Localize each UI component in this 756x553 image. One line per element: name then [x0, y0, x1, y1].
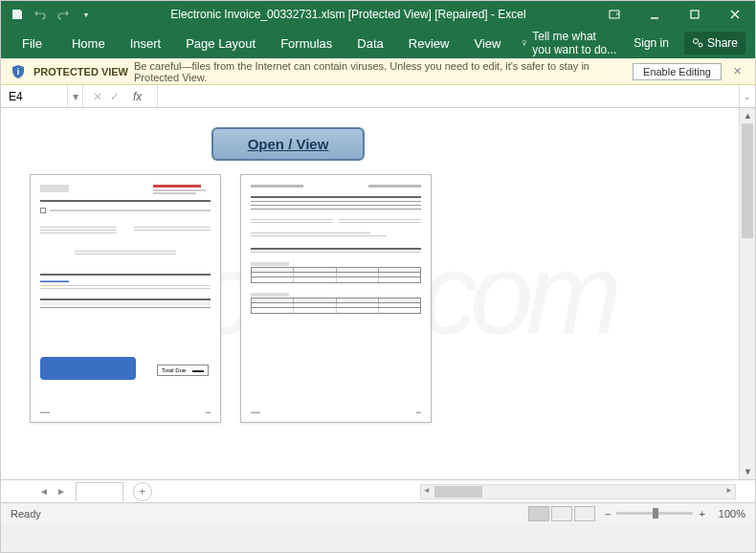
horizontal-scroll-thumb[interactable]	[434, 486, 482, 498]
svg-point-3	[523, 40, 526, 43]
enable-editing-button[interactable]: Enable Editing	[633, 63, 722, 80]
tab-review[interactable]: Review	[396, 28, 462, 58]
protected-view-bar: i PROTECTED VIEW Be careful—files from t…	[1, 58, 755, 85]
name-box[interactable]: E4	[1, 85, 68, 107]
zoom-in-button[interactable]: +	[699, 508, 704, 520]
protected-view-title: PROTECTED VIEW	[33, 66, 128, 77]
tab-home[interactable]: Home	[59, 28, 118, 58]
cancel-formula-icon[interactable]: ✕	[93, 90, 102, 103]
vertical-scrollbar[interactable]: ▲ ▼	[739, 108, 755, 479]
tell-me-search[interactable]: Tell me what you want to do...	[513, 30, 624, 56]
zoom-out-button[interactable]: −	[605, 508, 611, 520]
tab-data[interactable]: Data	[345, 28, 395, 58]
add-sheet-button[interactable]: +	[133, 482, 152, 501]
scroll-left-icon[interactable]: ◄	[423, 486, 431, 495]
zoom-level[interactable]: 100%	[719, 508, 745, 520]
maximize-button[interactable]	[675, 1, 715, 28]
titlebar: ▾ Electronic Invoice_00332731.xlsm [Prot…	[1, 1, 755, 28]
tab-formulas[interactable]: Formulas	[268, 28, 345, 58]
sheet-nav-first-icon[interactable]: ◄	[39, 486, 49, 497]
tab-insert[interactable]: Insert	[118, 28, 174, 58]
view-page-break-button[interactable]	[574, 506, 595, 521]
ribbon-display-button[interactable]	[594, 1, 634, 28]
save-icon[interactable]	[11, 8, 24, 21]
window-title: Electronic Invoice_00332731.xlsm [Protec…	[102, 8, 594, 21]
horizontal-scrollbar[interactable]: ◄ ►	[420, 484, 736, 499]
tab-file[interactable]: File	[5, 28, 59, 58]
protected-view-message: Be careful—files from the Internet can c…	[134, 60, 633, 83]
document-preview-2: ▬▬▬	[240, 174, 432, 423]
tab-view[interactable]: View	[461, 28, 513, 58]
sheet-tab-bar: ◄ ► + ◄ ►	[1, 479, 755, 502]
zoom-slider-handle[interactable]	[653, 508, 658, 519]
close-button[interactable]	[715, 1, 755, 28]
formula-expand-icon[interactable]: ⌄	[739, 85, 755, 107]
zoom-slider[interactable]	[616, 512, 693, 515]
shield-icon: i	[11, 64, 26, 79]
scroll-down-icon[interactable]: ▼	[740, 464, 755, 479]
qat-dropdown-icon[interactable]: ▾	[79, 8, 93, 21]
minimize-button[interactable]	[634, 1, 675, 28]
svg-text:i: i	[17, 67, 20, 77]
fx-icon[interactable]: fx	[127, 90, 147, 103]
document-preview-1: ▬▬▬▬▬▬ Total Due ▬▬ ▬▬▬	[30, 174, 221, 423]
svg-point-5	[699, 43, 702, 47]
lightbulb-icon	[521, 36, 528, 50]
share-icon	[692, 37, 703, 49]
enter-formula-icon[interactable]: ✓	[110, 90, 120, 103]
name-box-dropdown-icon[interactable]: ▾	[68, 85, 83, 107]
redo-icon[interactable]	[56, 8, 70, 21]
svg-point-4	[693, 39, 698, 44]
scroll-right-icon[interactable]: ►	[725, 486, 733, 495]
undo-icon[interactable]	[33, 8, 47, 21]
ribbon-tabs: File Home Insert Page Layout Formulas Da…	[1, 28, 755, 58]
open-view-button[interactable]: Open / View	[211, 127, 365, 161]
status-ready: Ready	[11, 508, 528, 520]
status-bar: Ready − + 100%	[1, 502, 755, 523]
svg-rect-2	[691, 11, 699, 18]
sheet-nav-last-icon[interactable]: ►	[56, 486, 66, 497]
worksheet-area[interactable]: pcrisk.com Open / View	[1, 108, 755, 479]
tab-page-layout[interactable]: Page Layout	[173, 28, 268, 58]
view-page-layout-button[interactable]	[551, 506, 572, 521]
sign-in-link[interactable]: Sign in	[624, 36, 678, 50]
vertical-scroll-thumb[interactable]	[742, 123, 753, 238]
view-normal-button[interactable]	[528, 506, 549, 521]
protected-view-close-icon[interactable]: ✕	[729, 65, 745, 77]
share-button[interactable]: Share	[684, 32, 745, 55]
scroll-up-icon[interactable]: ▲	[740, 108, 755, 123]
formula-bar: E4 ▾ ✕ ✓ fx ⌄	[1, 85, 755, 108]
